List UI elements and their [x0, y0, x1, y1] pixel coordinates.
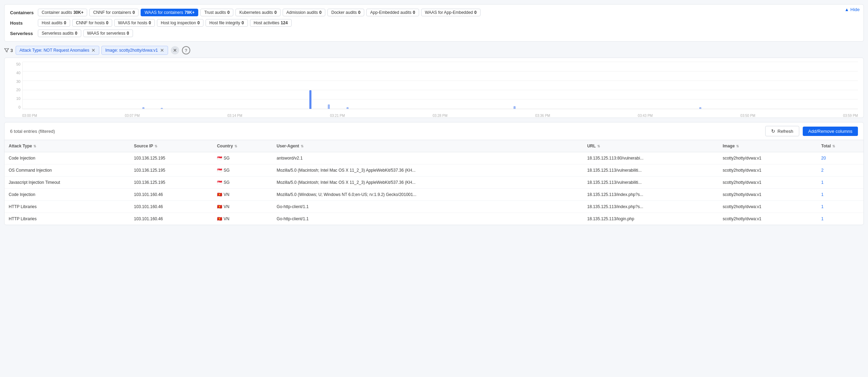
- hide-button[interactable]: ▲ Hide: [844, 7, 860, 12]
- bar: [514, 106, 516, 109]
- bar-group: [709, 62, 728, 109]
- chevron-up-icon: ▲: [844, 7, 849, 12]
- tag-waas-for-containers[interactable]: WAAS for containers 79K+: [141, 9, 198, 16]
- total-value[interactable]: 20: [821, 156, 826, 161]
- col-header-total[interactable]: Total⇅: [817, 140, 863, 152]
- filter-bar: 3 Attack Type: NOT Request Anomalies✕Ima…: [4, 46, 864, 55]
- tags-container: Serverless audits 0WAAS for serverless 0: [38, 29, 133, 37]
- hide-label: Hide: [850, 7, 860, 12]
- bar-group: [245, 62, 264, 109]
- tag-waas-for-serverless[interactable]: WAAS for serverless 0: [83, 29, 133, 37]
- tag-admission-audits[interactable]: Admission audits 0: [283, 9, 325, 16]
- bar-group: [802, 62, 821, 109]
- col-header-attack-type[interactable]: Attack Type⇅: [5, 140, 130, 152]
- bar-group: [134, 62, 152, 109]
- tag-label: Docker audits: [331, 10, 357, 15]
- group-label: Serverless: [10, 29, 38, 36]
- url-value: 18.135.125.113/login.php: [587, 216, 634, 221]
- url-cell: 18.135.125.113/vulnerabiliti...: [583, 177, 718, 189]
- tag-cnnf-for-containers[interactable]: CNNF for containers 0: [89, 9, 139, 16]
- bar-group: [765, 62, 784, 109]
- total-value[interactable]: 1: [821, 192, 824, 197]
- tag-cnnf-for-hosts[interactable]: CNNF for hosts 0: [72, 19, 112, 27]
- filter-chip-1: Image: scotty2hotty/dvwa:v1✕: [101, 46, 168, 55]
- add-remove-columns-button[interactable]: Add/Remove columns: [803, 127, 858, 136]
- bar: [309, 90, 311, 109]
- source-ip-cell: 103.101.160.46: [130, 201, 213, 213]
- tag-count: 30K+: [73, 10, 83, 15]
- bar-group: [264, 62, 282, 109]
- url-cell: 18.135.125.113/login.php: [583, 213, 718, 225]
- tag-host-log-inspection[interactable]: Host log inspection 0: [157, 19, 203, 27]
- user-agent-cell: Go-http-client/1.1: [273, 213, 583, 225]
- y-label: 0: [10, 105, 20, 109]
- y-axis: 01020304050: [10, 62, 20, 109]
- country-cell: 🇸🇬 SG: [213, 177, 273, 189]
- filter-chip-close[interactable]: ✕: [160, 48, 164, 53]
- user-agent-cell: antsword/v2.1: [273, 152, 583, 164]
- refresh-button[interactable]: ↻ Refresh: [765, 126, 799, 136]
- url-cell: 18.135.125.113/vulnerabiliti...: [583, 164, 718, 177]
- clear-filters-button[interactable]: ✕: [171, 46, 179, 54]
- tag-count: 0: [242, 20, 244, 25]
- url-value: 18.135.125.113/index.php?s...: [587, 204, 643, 209]
- image-cell: scotty2hotty/dvwa:v1: [718, 189, 817, 201]
- country-cell: 🇻🇳 VN: [213, 189, 273, 201]
- user-agent-value: Go-http-client/1.1: [277, 216, 309, 221]
- tag-count: 0: [75, 31, 77, 36]
- table-row: Code Injection103.101.160.46🇻🇳 VNMozilla…: [5, 189, 863, 201]
- filter-chip-close[interactable]: ✕: [91, 48, 95, 53]
- help-button[interactable]: ?: [182, 46, 190, 54]
- tag-count: 0: [127, 31, 129, 36]
- tag-waas-for-hosts[interactable]: WAAS for hosts 0: [114, 19, 155, 27]
- tag-label: Admission audits: [286, 10, 318, 15]
- col-header-country[interactable]: Country⇅: [213, 140, 273, 152]
- attack-type-cell: OS Command Injection: [5, 164, 130, 177]
- tag-waas-for-app-embedded[interactable]: WAAS for App-Embedded 0: [421, 9, 481, 16]
- tag-trust-audits[interactable]: Trust audits 0: [200, 9, 233, 16]
- tag-app-embedded-audits[interactable]: App-Embedded audits 0: [366, 9, 419, 16]
- filter-icon: 3: [4, 48, 13, 53]
- tag-label: WAAS for hosts: [118, 20, 147, 25]
- tag-serverless-audits[interactable]: Serverless audits 0: [38, 29, 81, 37]
- bar-group: [746, 62, 765, 109]
- flag: 🇻🇳 VN: [217, 192, 229, 197]
- url-value: 18.135.125.113/vulnerabiliti...: [587, 180, 642, 185]
- tag-docker-audits[interactable]: Docker audits 0: [327, 9, 364, 16]
- y-label: 40: [10, 71, 20, 75]
- table-section: 6 total entries (filtered) ↻ Refresh Add…: [4, 122, 864, 225]
- total-value[interactable]: 1: [821, 216, 824, 221]
- image-cell: scotty2hotty/dvwa:v1: [718, 152, 817, 164]
- toolbar-right: ↻ Refresh Add/Remove columns: [765, 126, 858, 136]
- tag-host-activities[interactable]: Host activities 124: [250, 19, 292, 27]
- filter-chip-0: Attack Type: NOT Request Anomalies✕: [16, 46, 99, 55]
- tag-count: 79K+: [184, 10, 194, 15]
- y-label: 50: [10, 62, 20, 66]
- tag-kubernetes-audits[interactable]: Kubernetes audits 0: [235, 9, 280, 16]
- flag: 🇻🇳 VN: [217, 204, 229, 209]
- tags-container: Container audits 30K+CNNF for containers…: [38, 9, 481, 16]
- table-row: HTTP Libraries103.101.160.46🇻🇳 VNGo-http…: [5, 213, 863, 225]
- total-value[interactable]: 2: [821, 168, 824, 173]
- user-agent-value: Mozilla/5.0 (Macintosh; Intel Mac OS X 1…: [277, 180, 416, 185]
- col-header-url[interactable]: URL⇅: [583, 140, 718, 152]
- col-header-source-ip[interactable]: Source IP⇅: [130, 140, 213, 152]
- col-header-image[interactable]: Image⇅: [718, 140, 817, 152]
- image-cell: scotty2hotty/dvwa:v1: [718, 201, 817, 213]
- col-label: Source IP: [134, 144, 153, 148]
- col-label: User-Agent: [277, 144, 299, 148]
- filter-chip-label: Image: scotty2hotty/dvwa:v1: [105, 48, 158, 53]
- total-value[interactable]: 1: [821, 180, 824, 185]
- filter-chip-label: Attack Type: NOT Request Anomalies: [19, 48, 89, 53]
- user-agent-cell: Mozilla/5.0 (Macintosh; Intel Mac OS X 1…: [273, 177, 583, 189]
- tag-host-audits[interactable]: Host audits 0: [38, 19, 70, 27]
- col-header-user-agent[interactable]: User-Agent⇅: [273, 140, 583, 152]
- tag-container-audits[interactable]: Container audits 30K+: [38, 9, 87, 16]
- tag-count: 124: [281, 20, 288, 25]
- bar-group: [691, 62, 709, 109]
- y-label: 20: [10, 88, 20, 92]
- total-value[interactable]: 1: [821, 204, 824, 209]
- tag-host-file-integrity[interactable]: Host file integrity 0: [206, 19, 248, 27]
- attack-type-cell: Javascript Injection Timeout: [5, 177, 130, 189]
- country-cell: 🇻🇳 VN: [213, 201, 273, 213]
